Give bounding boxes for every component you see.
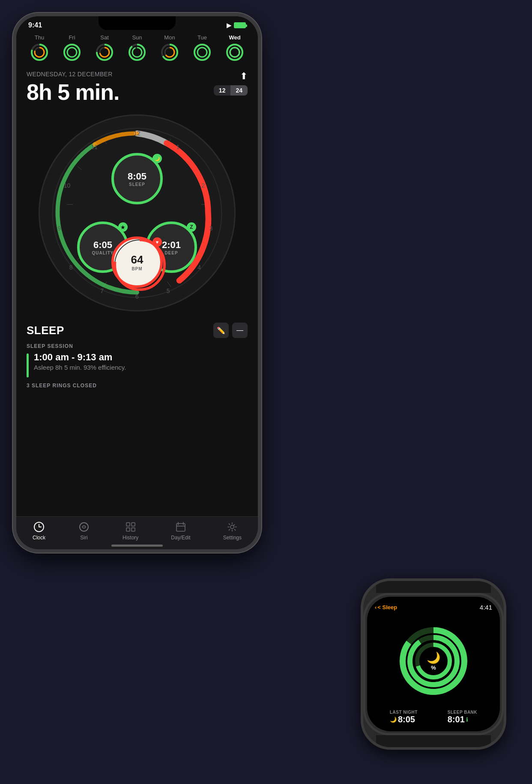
status-time: 9:41 [28, 21, 42, 29]
clock-num-3: 3 [209, 225, 213, 232]
session-bar [27, 353, 29, 377]
settings-tab-icon [226, 521, 238, 533]
day-wed-label: Wed [229, 34, 240, 41]
watch-rings: 🌙 % [399, 627, 468, 695]
watch-sleep-bank-stat: SLEEP BANK 8:01 ℹ [448, 710, 477, 724]
watch-sleep-bank-icon: ℹ [466, 716, 468, 723]
minus-icon[interactable]: — [232, 323, 248, 338]
svg-rect-47 [126, 523, 130, 526]
watch-last-night-stat: LAST NIGHT 🌙 8:05 [390, 710, 418, 724]
watch-sleep-bank-value: 8:01 [448, 715, 465, 724]
watch-moon-icon: 🌙 [427, 651, 440, 664]
ring-tue [192, 42, 212, 62]
day-sun[interactable]: Sun [127, 34, 147, 62]
tab-clock[interactable]: Clock [33, 521, 45, 541]
day-thu[interactable]: Thu [30, 34, 49, 62]
day-tue-label: Tue [197, 34, 207, 41]
phone-notch [99, 16, 176, 30]
svg-rect-48 [132, 523, 135, 526]
session-detail: Asleep 8h 5 min. 93% efficiency. [34, 364, 126, 371]
sleep-section: SLEEP ✏️ — SLEEP SESSION 1:00 am - 9:13 … [16, 316, 258, 395]
week-bar: Thu Fri Sat [16, 31, 258, 64]
svg-point-27 [230, 48, 239, 57]
clock-container: 12 1 2 3 4 5 6 7 8 9 10 11 [16, 110, 258, 316]
format-12-button[interactable]: 12 [214, 85, 231, 96]
watch-screen: ‹ < Sleep 4:41 [367, 597, 500, 731]
watch-ring-area: 🌙 % [375, 614, 492, 707]
clock-num-10: 10 [64, 182, 71, 189]
format-24-button[interactable]: 24 [230, 85, 248, 96]
share-icon[interactable]: ⬆ [240, 71, 248, 82]
tab-dayedit[interactable]: Day/Edit [171, 521, 190, 541]
watch-crown [502, 653, 504, 674]
day-thu-label: Thu [35, 34, 44, 41]
watch-last-night-value: 8:05 [398, 715, 415, 724]
apple-watch: ‹ < Sleep 4:41 [361, 578, 506, 750]
svg-point-5 [64, 45, 80, 60]
watch-footer-stats: LAST NIGHT 🌙 8:05 SLEEP BANK 8:01 ℹ [375, 710, 492, 724]
metric-bpm-wrapper: ♥ 64 BPM [111, 236, 163, 288]
day-sun-label: Sun [132, 34, 142, 41]
clock-num-5: 5 [167, 287, 170, 294]
home-indicator [111, 545, 163, 547]
day-tue[interactable]: Tue [192, 34, 212, 62]
signal-icon: ▶ [227, 22, 231, 29]
header-row: WEDNESDAY, 12 DECEMBER 8h 5 min. ⬆ 12 24 [27, 71, 248, 107]
quality-value: 6:05 [93, 239, 112, 251]
tab-history[interactable]: History [123, 521, 138, 541]
clock-num-4: 4 [197, 264, 201, 271]
watch-back-label: < Sleep [377, 604, 397, 610]
status-icons: ▶ [227, 22, 246, 29]
clock-num-12: 12 [134, 130, 140, 137]
svg-point-15 [132, 48, 142, 57]
watch-sleep-bank-value-row: 8:01 ℹ [448, 715, 477, 724]
rings-closed: 3 SLEEP RINGS CLOSED [27, 383, 248, 389]
day-sat-label: Sat [100, 34, 109, 41]
clock-tab-icon [33, 521, 45, 533]
quality-badge: ★ [118, 222, 128, 232]
watch-percent: % [431, 664, 436, 671]
phone-device: 9:41 ▶ Thu Fri [13, 13, 261, 553]
svg-rect-50 [132, 528, 135, 531]
watch-time: 4:41 [480, 604, 492, 611]
clock-num-11: 11 [91, 144, 98, 150]
siri-tab-icon [78, 521, 90, 533]
ring-thu [30, 42, 49, 62]
day-mon[interactable]: Mon [160, 34, 179, 62]
tab-settings[interactable]: Settings [223, 521, 242, 541]
day-wed[interactable]: Wed [225, 34, 245, 62]
ring-fri [62, 42, 82, 62]
day-sat[interactable]: Sat [95, 34, 114, 62]
tab-history-label: History [123, 535, 138, 541]
deep-badge: Z [187, 222, 196, 232]
clock-metrics: 🌙 8:05 SLEEP ★ 6:05 QUALITY [84, 159, 191, 266]
metric-sleep[interactable]: 🌙 8:05 SLEEP [111, 153, 163, 204]
tab-siri-label: Siri [80, 535, 87, 541]
sleep-duration: 8h 5 min. [27, 79, 119, 105]
watch-center-content: 🌙 % [427, 651, 440, 671]
clock-num-7: 7 [100, 287, 104, 294]
watch-band-bottom [376, 735, 491, 747]
ring-sat [95, 42, 114, 62]
svg-point-23 [197, 48, 207, 57]
quality-label: QUALITY [92, 251, 114, 255]
edit-icon[interactable]: ✏️ [213, 323, 229, 338]
tab-dayedit-label: Day/Edit [171, 535, 190, 541]
day-fri[interactable]: Fri [62, 34, 82, 62]
metric-bpm[interactable]: ♥ 64 BPM [111, 236, 163, 288]
day-fri-label: Fri [69, 34, 75, 41]
watch-back-btn[interactable]: ‹ < Sleep [375, 604, 397, 610]
clock-num-1: 1 [176, 144, 179, 150]
sleep-value: 8:05 [128, 171, 146, 182]
watch-last-night-icon: 🌙 [390, 716, 397, 723]
phone-screen: 9:41 ▶ Thu Fri [16, 16, 258, 549]
day-mon-label: Mon [164, 34, 175, 41]
svg-rect-49 [126, 528, 130, 531]
tab-siri[interactable]: Siri [78, 521, 90, 541]
sleep-title: SLEEP [27, 324, 64, 337]
clock-num-8: 8 [69, 264, 73, 271]
watch-last-night-value-row: 🌙 8:05 [390, 715, 418, 724]
clock-num-6: 6 [135, 293, 139, 300]
svg-point-55 [230, 525, 234, 529]
metric-sleep-wrapper: 🌙 8:05 SLEEP [111, 153, 163, 204]
